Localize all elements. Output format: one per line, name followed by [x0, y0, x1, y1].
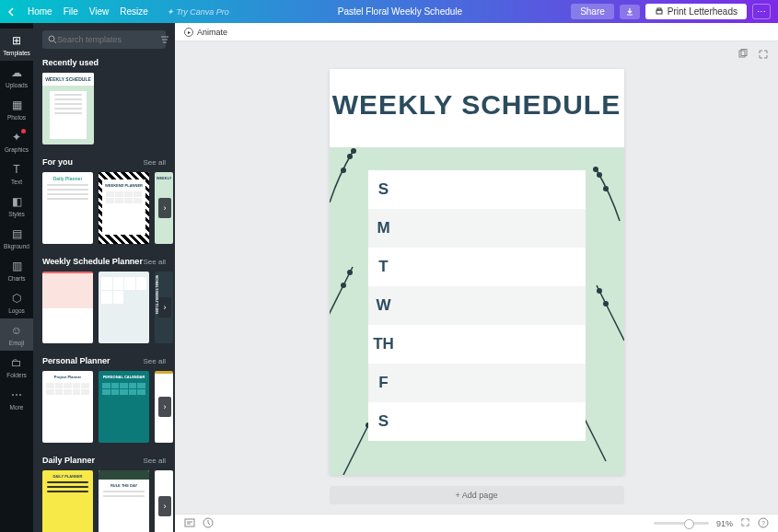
rail-label: Bkground: [4, 243, 29, 249]
template-thumb[interactable]: RULE THE DAY: [99, 470, 149, 532]
branch-decoration: [330, 258, 371, 331]
template-thumb[interactable]: Project Planner: [42, 371, 93, 443]
menu-file[interactable]: File: [64, 6, 78, 17]
fullscreen-button[interactable]: [740, 517, 750, 529]
see-all-link[interactable]: See all: [144, 357, 166, 365]
menu-resize[interactable]: Resize: [120, 6, 148, 17]
emoji-icon: ☺: [9, 323, 24, 338]
schedule-row[interactable]: W: [368, 286, 586, 325]
back-button[interactable]: [7, 7, 17, 17]
rail-templates[interactable]: ⊞Templates: [0, 29, 33, 61]
notes-button[interactable]: [184, 517, 195, 530]
rail-label: Logos: [8, 307, 25, 314]
bottom-bar: 91% ?: [175, 514, 778, 532]
photos-icon: ▦: [9, 98, 24, 112]
rail-label: Charts: [7, 275, 25, 282]
template-thumb[interactable]: [42, 272, 93, 343]
download-button[interactable]: [620, 5, 640, 19]
canvas-scroll[interactable]: WEEKLY SCHEDULE S M T W TH F: [175, 41, 778, 514]
template-thumb[interactable]: WEEKEND PLANNER: [99, 172, 149, 244]
thumb-title: PERSONAL CALENDAR: [99, 371, 149, 379]
page-heading-text[interactable]: WEEKLY SCHEDULE: [330, 69, 624, 121]
search-icon: [48, 34, 57, 45]
rail-text[interactable]: TText: [0, 157, 33, 190]
thumb-row-personal: Project Planner PERSONAL CALENDAR ›: [42, 371, 166, 443]
rail-emoji[interactable]: ☺Emoji: [0, 318, 33, 351]
section-personal-planner: Personal Planner See all: [42, 356, 166, 365]
menu-home[interactable]: Home: [28, 6, 52, 17]
row-next-button[interactable]: ›: [158, 198, 171, 218]
day-label: S: [368, 180, 400, 199]
thumb-title: WEEKLY SCHEDULE: [42, 73, 94, 82]
notes-icon: [184, 517, 195, 528]
thumb-title: WEEKEND PLANNER: [102, 179, 145, 188]
copy-icon: [737, 49, 749, 60]
duplicate-page-button[interactable]: [737, 49, 749, 62]
schedule-row[interactable]: TH: [368, 325, 586, 364]
logos-icon: ⬡: [9, 291, 24, 306]
share-button[interactable]: Share: [571, 4, 614, 19]
try-pro-link[interactable]: ✦ Try Canva Pro: [167, 7, 229, 17]
schedule-row[interactable]: T: [368, 248, 586, 286]
zoom-slider[interactable]: [654, 522, 709, 525]
schedule-row[interactable]: F: [368, 364, 586, 402]
rail-label: Styles: [8, 211, 25, 217]
see-all-link[interactable]: See all: [144, 158, 166, 167]
more-button[interactable]: ⋯: [752, 4, 771, 19]
templates-icon: ⊞: [9, 33, 24, 48]
play-icon: ▸: [184, 28, 193, 37]
rail-more[interactable]: ⋯More: [0, 383, 33, 415]
rail-photos[interactable]: ▦Photos: [0, 93, 33, 125]
thumb-title: DAILY PLANNER: [42, 470, 93, 479]
section-for-you: For you See all: [42, 157, 166, 167]
schedule-row[interactable]: S: [368, 170, 586, 209]
rail-background[interactable]: ▤Bkground: [0, 222, 33, 254]
template-thumb[interactable]: WEEKLY SCHEDULE: [42, 73, 94, 145]
template-thumb[interactable]: DAILY PLANNER: [42, 470, 93, 532]
rail-label: Emoji: [9, 340, 24, 346]
side-rail: ⊞Templates ☁Uploads ▦Photos ✦Graphics TT…: [0, 23, 33, 532]
animate-button[interactable]: ▸ Animate: [184, 28, 227, 37]
download-icon: [625, 7, 634, 17]
section-weekly-schedule: Weekly Schedule Planner See all: [42, 257, 166, 266]
help-button[interactable]: ?: [758, 517, 769, 530]
section-recently-used: Recently used: [42, 58, 166, 67]
svg-point-9: [593, 167, 598, 172]
schedule-row[interactable]: S: [368, 402, 586, 441]
print-button[interactable]: Print Letterheads: [645, 4, 747, 19]
search-input[interactable]: [57, 35, 160, 44]
expand-page-button[interactable]: [758, 49, 769, 62]
add-page-button[interactable]: + Add page: [330, 486, 624, 504]
rail-label: Graphics: [5, 146, 29, 153]
rail-logos[interactable]: ⬡Logos: [0, 286, 33, 318]
rail-label: Templates: [3, 50, 30, 56]
rail-styles[interactable]: ◧Styles: [0, 190, 33, 222]
rail-graphics[interactable]: ✦Graphics: [0, 125, 33, 157]
rail-label: Folders: [6, 372, 27, 378]
bottombar-left: [184, 517, 214, 530]
filter-icon[interactable]: [160, 34, 169, 45]
rail-folders[interactable]: 🗀Folders: [0, 351, 33, 383]
rail-charts[interactable]: ▥Charts: [0, 254, 33, 286]
menu-view[interactable]: View: [89, 6, 110, 17]
svg-point-6: [351, 148, 356, 154]
svg-rect-0: [656, 10, 662, 14]
schedule-row[interactable]: M: [368, 209, 586, 248]
schedule-card[interactable]: S M T W TH F S: [368, 170, 586, 441]
design-page[interactable]: WEEKLY SCHEDULE S M T W TH F: [330, 69, 624, 475]
row-next-button[interactable]: ›: [158, 297, 171, 318]
rail-uploads[interactable]: ☁Uploads: [0, 61, 33, 93]
template-thumb[interactable]: Daily Planner: [42, 172, 93, 244]
svg-point-14: [603, 301, 609, 306]
see-all-link[interactable]: See all: [144, 457, 166, 465]
svg-point-10: [603, 186, 609, 191]
template-thumb[interactable]: PERSONAL CALENDAR: [99, 371, 149, 443]
document-title[interactable]: Pastel Floral Weekly Schedule: [229, 6, 571, 17]
section-title: Weekly Schedule Planner: [42, 257, 143, 266]
row-next-button[interactable]: ›: [158, 496, 171, 516]
row-next-button[interactable]: ›: [158, 397, 171, 417]
template-thumb[interactable]: [99, 272, 149, 343]
search-box[interactable]: [42, 30, 166, 49]
see-all-link[interactable]: See all: [144, 258, 166, 266]
duration-button[interactable]: [203, 517, 214, 530]
